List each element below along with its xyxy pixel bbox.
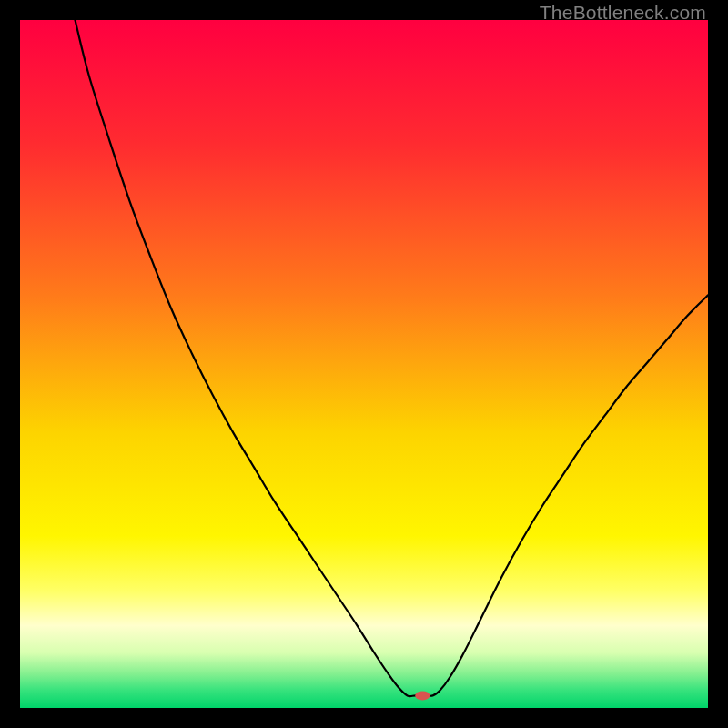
gradient-background [20,20,708,708]
bottleneck-chart [20,20,708,708]
optimal-point-marker [415,691,430,700]
chart-frame: TheBottleneck.com [0,0,728,728]
